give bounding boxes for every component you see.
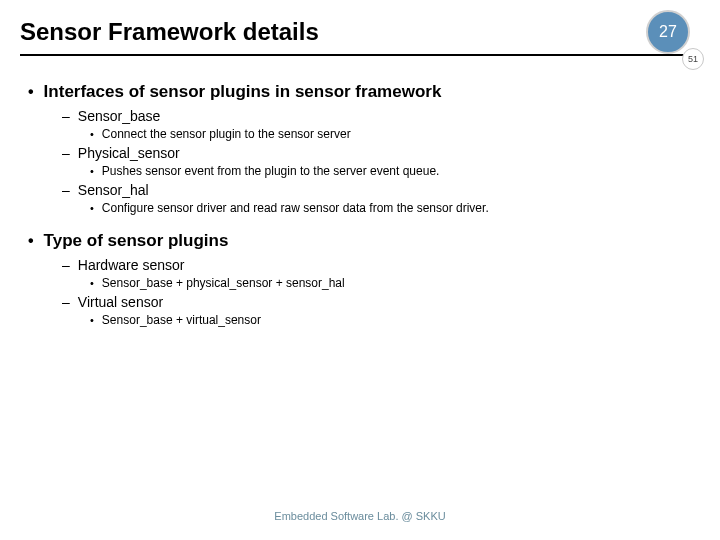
section-types: Type of sensor plugins Hardware sensor S… [28,231,692,327]
section-interfaces: Interfaces of sensor plugins in sensor f… [28,82,692,215]
badge-main: 27 [646,10,690,54]
badge-small: 51 [682,48,704,70]
section-head: Type of sensor plugins [28,231,692,251]
item-detail: Sensor_base + virtual_sensor [90,313,692,327]
item-head: Sensor_hal [62,182,692,198]
item-detail: Sensor_base + physical_sensor + sensor_h… [90,276,692,290]
content-area: Interfaces of sensor plugins in sensor f… [0,56,720,327]
item-detail: Connect the sensor plugin to the sensor … [90,127,692,141]
slide-number-badge: 27 51 [646,10,690,54]
item-sensor-hal: Sensor_hal Configure sensor driver and r… [62,182,692,215]
item-virtual-sensor: Virtual sensor Sensor_base + virtual_sen… [62,294,692,327]
item-head: Physical_sensor [62,145,692,161]
item-head: Sensor_base [62,108,692,124]
section-head: Interfaces of sensor plugins in sensor f… [28,82,692,102]
item-head: Hardware sensor [62,257,692,273]
item-head: Virtual sensor [62,294,692,310]
page-title: Sensor Framework details [20,18,319,46]
item-physical-sensor: Physical_sensor Pushes sensor event from… [62,145,692,178]
item-sensor-base: Sensor_base Connect the sensor plugin to… [62,108,692,141]
item-detail: Configure sensor driver and read raw sen… [90,201,692,215]
footer-text: Embedded Software Lab. @ SKKU [0,510,720,522]
item-detail: Pushes sensor event from the plugin to t… [90,164,692,178]
item-hardware-sensor: Hardware sensor Sensor_base + physical_s… [62,257,692,290]
